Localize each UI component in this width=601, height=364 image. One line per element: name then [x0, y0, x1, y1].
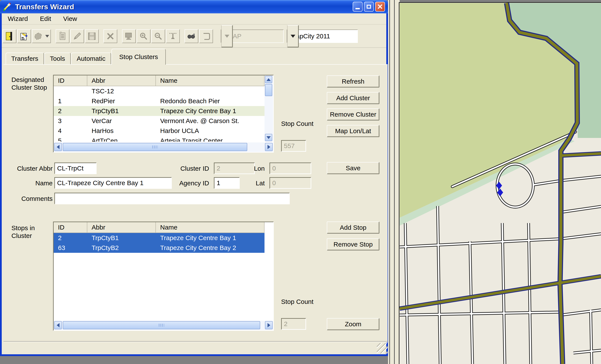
screen-icon[interactable]	[122, 29, 136, 43]
cluster-id-field: 2	[214, 163, 255, 174]
add-stop-button[interactable]: Add Stop	[327, 222, 379, 234]
designated-hscrollbar[interactable]	[54, 142, 273, 152]
open-icon[interactable]	[3, 29, 16, 43]
name-input[interactable]: CL-Trapeze City Centre Bay 1	[54, 177, 172, 189]
table-cell: 4	[54, 126, 87, 136]
comments-label: Comments	[10, 195, 53, 203]
col-name[interactable]: Name	[156, 75, 264, 86]
save-button[interactable]: Save	[327, 162, 379, 174]
col-abbr[interactable]: Abbr	[87, 222, 156, 233]
save-icon[interactable]	[85, 29, 99, 43]
trap-combo-arrow	[221, 25, 233, 47]
table-row[interactable]: 5ArtTrCenArtesia Transit Center	[54, 136, 264, 142]
table-cell: HarHos	[87, 126, 156, 136]
map-lonlat-button[interactable]: Map Lon/Lat	[327, 125, 379, 137]
map-view[interactable]	[399, 2, 601, 364]
vscroll-thumb[interactable]	[265, 84, 272, 96]
remove-cluster-button[interactable]: Remove Cluster	[327, 108, 379, 120]
hscroll-thumb[interactable]	[63, 321, 260, 329]
measure-icon[interactable]	[166, 29, 180, 43]
map-window-edge	[388, 0, 400, 364]
map-canvas[interactable]	[400, 3, 601, 364]
comments-input[interactable]	[54, 193, 290, 204]
new-icon[interactable]	[56, 29, 70, 43]
lon-label: Lon	[250, 165, 265, 172]
tab-automatic[interactable]: Automatic	[71, 53, 111, 65]
stop-count-label-top: Stop Count	[281, 120, 316, 128]
designated-vscrollbar[interactable]	[264, 75, 273, 142]
tab-stop-clusters[interactable]: Stop Clusters	[111, 49, 166, 65]
col-name[interactable]: Name	[156, 222, 264, 233]
table-row[interactable]: 4HarHosHarbor UCLA	[54, 126, 264, 136]
titlebar[interactable]: Transfers Wizard ✕	[0, 0, 388, 13]
stops-table-header[interactable]: ID Abbr Name	[54, 222, 264, 233]
wand-icon	[3, 2, 12, 11]
table-cell: Trapeze City Centre Bay 2	[156, 243, 264, 253]
menu-edit[interactable]: Edit	[34, 15, 57, 22]
resize-grip[interactable]	[377, 343, 388, 354]
scroll-left-icon[interactable]	[54, 143, 62, 151]
table-row[interactable]: 1RedPierRedondo Beach Pier	[54, 96, 264, 106]
table-row[interactable]: 2TrpCtyB1Trapeze City Centre Bay 1	[54, 233, 264, 243]
stops-in-cluster-table[interactable]: ID Abbr Name 2TrpCtyB1Trapeze City Centr…	[53, 222, 274, 331]
edit-icon[interactable]	[70, 29, 84, 43]
menu-view[interactable]: View	[57, 15, 83, 22]
cluster-abbr-input[interactable]: CL-TrpCt	[54, 163, 97, 174]
scroll-left-icon[interactable]	[54, 321, 62, 329]
add-cluster-button[interactable]: Add Cluster	[327, 92, 379, 104]
outline-icon[interactable]	[199, 29, 213, 43]
table-cell: 3	[54, 116, 87, 126]
minimize-button[interactable]	[353, 2, 363, 12]
designated-cluster-stop-label: Designated Cluster Stop	[11, 76, 55, 91]
find-icon[interactable]	[185, 29, 198, 43]
menu-wizard[interactable]: Wizard	[2, 15, 34, 22]
properties-icon[interactable]	[17, 29, 31, 43]
zoom-in-icon[interactable]	[137, 29, 150, 43]
table-cell: 2	[54, 233, 87, 243]
table-cell: Trapeze City Centre Bay 1	[156, 106, 264, 116]
table-row[interactable]: 3VerCarVermont Ave. @ Carson St.	[54, 116, 264, 126]
col-id[interactable]: ID	[54, 222, 87, 233]
map-region-icon[interactable]	[32, 29, 51, 43]
table-row[interactable]: 63TrpCtyB2Trapeze City Centre Bay 2	[54, 243, 264, 253]
table-cell: Harbor UCLA	[156, 126, 264, 136]
tab-strip: Transfers Tools Automatic Stop Clusters	[6, 49, 166, 65]
scroll-down-icon[interactable]	[265, 134, 272, 141]
table-cell: 2	[54, 106, 87, 116]
table-row[interactable]: 2TrpCtyB1Trapeze City Centre Bay 1	[54, 106, 264, 116]
table-cell: TrpCtyB1	[87, 233, 156, 243]
zoom-out-icon[interactable]	[151, 29, 165, 43]
name-label: Name	[10, 179, 53, 187]
agency-id-label: Agency ID	[168, 179, 209, 187]
hscroll-thumb[interactable]	[63, 143, 247, 151]
cluster-id-label: Cluster ID	[168, 165, 209, 172]
stop-count-field-top: 557	[281, 140, 306, 152]
table-cell: Redondo Beach Pier	[156, 96, 264, 106]
stops-table-right-gutter	[264, 222, 273, 320]
maximize-button[interactable]	[364, 2, 374, 12]
remove-stop-button[interactable]: Remove Stop	[327, 238, 379, 250]
lon-field: 0	[270, 163, 311, 174]
stops-in-cluster-label: Stops in Cluster	[11, 224, 48, 240]
dataset-combo[interactable]: TrapCity 2011	[287, 30, 358, 43]
zoom-button[interactable]: Zoom	[327, 318, 379, 330]
designated-table-header[interactable]: ID Abbr Name	[54, 75, 264, 86]
col-id[interactable]: ID	[54, 75, 87, 86]
toolbar: TRAP TrapCity 2011	[2, 25, 386, 48]
tab-tools[interactable]: Tools	[44, 53, 71, 65]
designated-stops-table[interactable]: ID Abbr Name TSC-121RedPierRedondo Beach…	[53, 75, 274, 153]
table-cell: ArtTrCen	[87, 136, 156, 142]
tab-transfers[interactable]: Transfers	[6, 53, 44, 65]
delete-icon[interactable]	[103, 29, 117, 43]
refresh-button[interactable]: Refresh	[327, 75, 379, 88]
col-abbr[interactable]: Abbr	[87, 75, 156, 86]
agency-id-input[interactable]: 1	[214, 177, 240, 189]
scroll-right-icon[interactable]	[265, 143, 273, 151]
stops-hscrollbar[interactable]	[54, 321, 273, 330]
close-button[interactable]: ✕	[375, 2, 385, 12]
dataset-combo-arrow[interactable]	[287, 25, 299, 47]
scroll-right-icon[interactable]	[265, 321, 273, 329]
stop-count-label-bottom: Stop Count	[281, 298, 316, 305]
table-row[interactable]: TSC-12	[54, 86, 264, 96]
scroll-up-icon[interactable]	[265, 76, 272, 83]
